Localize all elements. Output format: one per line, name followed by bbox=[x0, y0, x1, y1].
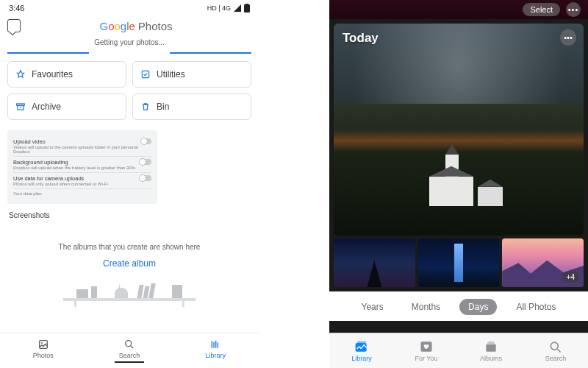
library-shortcuts: Favourites Utilities Archive Bin bbox=[0, 54, 259, 127]
svg-point-14 bbox=[551, 342, 558, 350]
setting-sub: Dropbox will upload when the battery lev… bbox=[13, 166, 135, 170]
nav-search-label: Search bbox=[545, 355, 567, 362]
today-hero-photo[interactable]: Today ••• bbox=[334, 24, 584, 236]
screenshots-album-label[interactable]: Screenshots bbox=[0, 207, 259, 224]
bottom-nav: Photos Search Library bbox=[0, 333, 259, 368]
search-icon bbox=[123, 339, 135, 350]
library-icon bbox=[209, 339, 221, 350]
library-icon bbox=[354, 340, 369, 353]
archive-icon bbox=[15, 102, 26, 112]
svg-rect-8 bbox=[356, 343, 367, 352]
nav-search[interactable]: Search bbox=[86, 333, 172, 368]
photos-label: Photos bbox=[138, 20, 173, 32]
select-button[interactable]: Select bbox=[523, 3, 560, 16]
favourites-chip[interactable]: Favourites bbox=[7, 61, 126, 88]
empty-shelf-illustration bbox=[63, 277, 196, 307]
more-button[interactable]: ••• bbox=[566, 2, 581, 17]
setting-sub: Videos will upload to the camera uploads… bbox=[13, 145, 141, 154]
hero-subject bbox=[415, 147, 503, 206]
svg-rect-13 bbox=[489, 341, 494, 342]
signal-icon bbox=[234, 4, 241, 12]
svg-rect-9 bbox=[357, 341, 366, 343]
toggle-icon bbox=[141, 138, 151, 144]
status-time: 3:46 bbox=[9, 4, 24, 13]
nav-library[interactable]: Library bbox=[173, 333, 259, 368]
time-segment-control: Years Months Days All Photos bbox=[329, 291, 588, 321]
svg-rect-11 bbox=[486, 344, 495, 351]
nav-library-label: Library bbox=[206, 352, 226, 359]
thumbnail[interactable] bbox=[334, 238, 415, 287]
albums-icon bbox=[484, 340, 498, 353]
hero-more-button[interactable]: ••• bbox=[560, 29, 576, 46]
photos-icon bbox=[37, 339, 49, 350]
nav-foryou-label: For You bbox=[415, 355, 437, 362]
more-count-badge: +4 bbox=[562, 272, 579, 283]
segment-months[interactable]: Months bbox=[403, 299, 449, 315]
status-indicators: HD | 4G bbox=[207, 4, 250, 13]
android-status-bar: 3:46 HD | 4G bbox=[0, 0, 259, 16]
nav-photos[interactable]: Photos bbox=[0, 333, 86, 368]
plan-label: Your data plan bbox=[13, 191, 41, 196]
ios-bottom-nav: Library For You Albums Search bbox=[329, 333, 588, 368]
nav-photos-label: Photos bbox=[33, 352, 54, 359]
ios-toolbar: Select ••• bbox=[329, 0, 588, 19]
nav-library[interactable]: Library bbox=[329, 333, 394, 368]
thumbnail-row: +4 bbox=[334, 238, 584, 287]
bin-label: Bin bbox=[157, 102, 169, 112]
ios-photos-screen: Select ••• Today ••• +4 Years Months Day… bbox=[329, 0, 588, 368]
svg-point-6 bbox=[41, 342, 43, 344]
create-album-button[interactable]: Create album bbox=[0, 258, 259, 269]
utilities-icon bbox=[140, 69, 151, 79]
svg-rect-1 bbox=[245, 4, 248, 5]
setting-row: Upload videoVideos will upload to the ca… bbox=[13, 136, 151, 156]
tab-indicator-active bbox=[7, 52, 89, 54]
svg-rect-2 bbox=[142, 71, 148, 77]
segment-days[interactable]: Days bbox=[459, 299, 497, 315]
segment-all-photos[interactable]: All Photos bbox=[507, 299, 564, 315]
svg-rect-0 bbox=[244, 4, 250, 13]
archive-label: Archive bbox=[32, 102, 61, 112]
setting-row: Your data plan bbox=[13, 188, 151, 198]
app-header: Google Photos bbox=[0, 16, 259, 34]
setting-row: Background uploadingDropbox will upload … bbox=[13, 156, 151, 172]
setting-title: Use data for camera uploads bbox=[13, 175, 108, 182]
tab-indicator-secondary bbox=[170, 52, 251, 54]
network-label: HD | 4G bbox=[207, 4, 231, 12]
svg-point-7 bbox=[126, 341, 132, 347]
screenshot-thumbnail[interactable]: Upload videoVideos will upload to the ca… bbox=[7, 130, 157, 204]
setting-sub: Photos will only upload when connected t… bbox=[13, 182, 108, 186]
segment-years[interactable]: Years bbox=[353, 299, 392, 315]
google-wordmark: Google bbox=[99, 20, 135, 32]
setting-row: Use data for camera uploadsPhotos will o… bbox=[13, 172, 151, 188]
battery-icon bbox=[244, 4, 250, 13]
nav-search[interactable]: Search bbox=[523, 333, 588, 368]
toggle-icon bbox=[140, 175, 151, 181]
hero-title: Today bbox=[343, 31, 379, 46]
nav-albums[interactable]: Albums bbox=[459, 333, 523, 368]
feedback-icon[interactable] bbox=[7, 19, 21, 32]
setting-title: Upload video bbox=[13, 138, 141, 145]
search-icon bbox=[548, 340, 563, 353]
albums-empty-hint: The albums that you create are shown her… bbox=[0, 243, 259, 251]
star-icon bbox=[15, 69, 26, 79]
app-title: Google Photos bbox=[99, 20, 172, 32]
tabs-indicator bbox=[7, 52, 251, 54]
utilities-label: Utilities bbox=[157, 69, 185, 79]
favourites-label: Favourites bbox=[32, 69, 73, 79]
utilities-chip[interactable]: Utilities bbox=[132, 61, 251, 88]
thumbnail[interactable] bbox=[418, 238, 500, 287]
setting-title: Background uploading bbox=[13, 159, 135, 166]
heart-icon bbox=[419, 340, 434, 353]
bin-chip[interactable]: Bin bbox=[132, 93, 251, 120]
sync-status: Getting your photos... bbox=[0, 34, 259, 52]
toggle-icon bbox=[140, 159, 151, 165]
thumbnail[interactable]: +4 bbox=[502, 238, 584, 287]
nav-library-label: Library bbox=[351, 355, 372, 362]
nav-for-you[interactable]: For You bbox=[394, 333, 459, 368]
archive-chip[interactable]: Archive bbox=[7, 93, 126, 120]
nav-search-label: Search bbox=[119, 352, 140, 359]
trash-icon bbox=[140, 102, 151, 112]
svg-rect-12 bbox=[487, 342, 495, 344]
google-photos-screen: 3:46 HD | 4G Google Photos Getting your … bbox=[0, 0, 259, 368]
nav-albums-label: Albums bbox=[480, 355, 502, 362]
